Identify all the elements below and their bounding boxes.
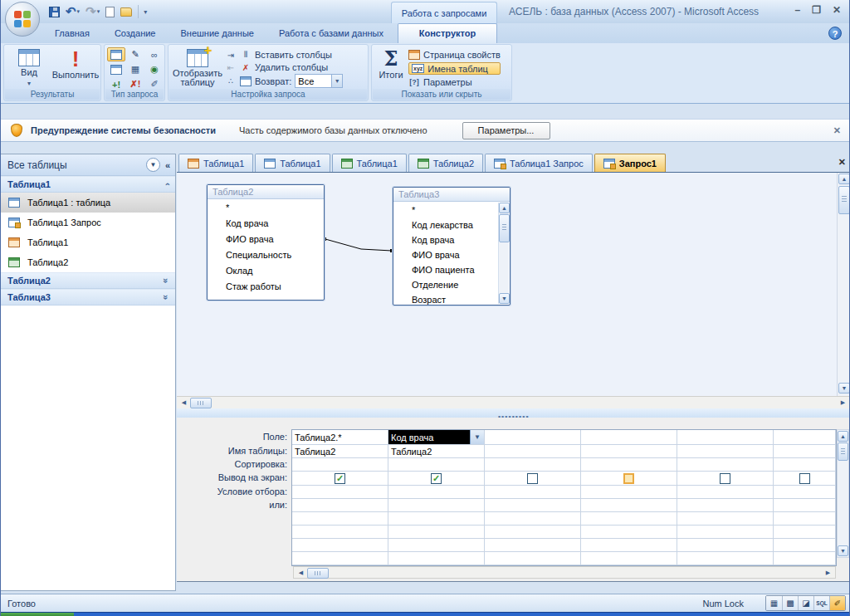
grid-cell-r8-c4[interactable]: [581, 526, 677, 539]
grid-cell-r3-c4[interactable]: [581, 458, 677, 472]
grid-cell-r4-c1[interactable]: ✓: [292, 472, 388, 486]
grid-cell-r4-c4[interactable]: [581, 472, 677, 486]
sql-view-button[interactable]: SQL: [813, 596, 829, 610]
field-item[interactable]: ФИО врача: [226, 232, 324, 247]
view-button[interactable]: Вид ▾: [6, 46, 52, 88]
scroll-down-icon[interactable]: ▼: [838, 545, 848, 556]
nav-menu-dropdown-icon[interactable]: ▼: [146, 158, 160, 172]
grid-cell-r10-c1[interactable]: [292, 552, 388, 565]
minimize-button[interactable]: –: [794, 4, 800, 16]
grid-cell-r1-c4[interactable]: [581, 430, 677, 445]
parameters-button[interactable]: [?] Параметры: [408, 76, 501, 88]
grid-cell-r4-c3[interactable]: [485, 472, 581, 486]
scroll-up-icon[interactable]: ▲: [499, 203, 510, 213]
grid-cell-r3-c5[interactable]: [677, 458, 774, 472]
grid-cell-r2-c1[interactable]: Таблица2: [292, 445, 388, 458]
pivottable-view-button[interactable]: ▩: [782, 596, 798, 610]
design-vertical-scrollbar[interactable]: ▲ ▼: [837, 173, 850, 396]
grid-cell-r6-c5[interactable]: [677, 499, 774, 512]
grid-cell-r6-c3[interactable]: [485, 499, 581, 512]
grid-cell-r6-c4[interactable]: [581, 499, 677, 512]
grid-cell-r7-c3[interactable]: [485, 512, 581, 526]
collapse-group-icon[interactable]: ›: [162, 183, 172, 186]
grid-cell-r2-c5[interactable]: [677, 445, 774, 458]
nav-group-header-таблица1[interactable]: Таблица1›: [1, 176, 175, 193]
security-bar-close-icon[interactable]: ✕: [833, 125, 841, 136]
grid-cell-r9-c5[interactable]: [677, 539, 774, 552]
grid-cell-r9-c4[interactable]: [581, 539, 677, 552]
field-item[interactable]: *: [412, 203, 510, 218]
table-names-button[interactable]: xyz Имена таблиц: [408, 62, 501, 75]
grid-cell-r3-c2[interactable]: [388, 458, 485, 472]
append-query-icon[interactable]: [107, 62, 125, 76]
grid-vertical-scrollbar[interactable]: ▲ ▼: [837, 429, 849, 558]
scroll-down-icon[interactable]: ▼: [838, 383, 850, 394]
scroll-thumb[interactable]: [307, 568, 329, 579]
scroll-thumb[interactable]: [838, 442, 848, 461]
grid-cell-r7-c6[interactable]: [774, 512, 836, 526]
run-button[interactable]: ! Выполнить: [52, 46, 99, 88]
show-table-button[interactable]: + Отобразить таблицу: [170, 46, 225, 88]
scroll-left-icon[interactable]: ◀: [178, 398, 189, 408]
scroll-left-icon[interactable]: ◀: [296, 568, 306, 579]
field-list-таблица3[interactable]: Таблица3*Код лекарстваКод врачаФИО врача…: [393, 187, 510, 306]
grid-cell-r7-c5[interactable]: [677, 512, 774, 526]
field-item[interactable]: Оклад: [226, 263, 324, 279]
close-button[interactable]: ✕: [833, 4, 841, 16]
save-button[interactable]: [49, 4, 60, 19]
show-checkbox-c2[interactable]: ✓: [431, 473, 442, 484]
grid-cell-r10-c3[interactable]: [485, 552, 581, 565]
grid-cell-r7-c1[interactable]: [292, 512, 388, 526]
grid-cell-r1-c3[interactable]: [485, 430, 581, 445]
show-checkbox-c6[interactable]: [799, 473, 810, 484]
grid-cell-r9-c2[interactable]: [388, 539, 485, 552]
show-checkbox-c4[interactable]: [623, 473, 634, 484]
grid-cell-r5-c1[interactable]: [292, 486, 388, 499]
grid-cell-r4-c2[interactable]: ✓: [388, 472, 485, 486]
grid-cell-r1-c6[interactable]: [774, 430, 836, 445]
grid-cell-r8-c3[interactable]: [485, 526, 581, 539]
grid-cell-r6-c6[interactable]: [774, 499, 836, 512]
tab-2[interactable]: Создание: [102, 23, 169, 43]
grid-cell-r5-c6[interactable]: [774, 486, 836, 499]
undo-button[interactable]: ↶▾: [66, 4, 80, 19]
grid-cell-r6-c1[interactable]: [292, 499, 388, 512]
grid-cell-r5-c3[interactable]: [485, 486, 581, 499]
nav-item-таблица1-запрос[interactable]: Таблица1 Запрос: [1, 213, 175, 232]
show-checkbox-c1[interactable]: ✓: [335, 473, 345, 484]
document-close-icon[interactable]: ✕: [838, 157, 846, 168]
nav-item-таблица1-таблица[interactable]: Таблица1 : таблица: [1, 193, 175, 213]
field-item[interactable]: Отделение: [412, 277, 510, 292]
grid-cell-r8-c5[interactable]: [677, 526, 774, 539]
grid-cell-r3-c3[interactable]: [485, 458, 581, 472]
taskbar-start-segment[interactable]: [1, 613, 74, 616]
grid-cell-r5-c4[interactable]: [581, 486, 677, 499]
field-item[interactable]: Код лекарства: [412, 218, 510, 232]
help-icon[interactable]: ?: [828, 27, 842, 40]
scroll-thumb[interactable]: [838, 186, 850, 214]
scroll-up-icon[interactable]: ▲: [838, 174, 850, 184]
nav-group-header-таблица2[interactable]: Таблица2»: [1, 272, 175, 289]
return-combobox[interactable]: Все ▼: [295, 74, 343, 88]
property-sheet-button[interactable]: Страница свойств: [408, 49, 501, 61]
field-list-таблица2[interactable]: Таблица2*Код врачаФИО врачаСпециальность…: [207, 184, 325, 301]
field-item[interactable]: Код врача: [412, 232, 510, 247]
field-item[interactable]: Код врача: [226, 216, 324, 232]
grid-cell-r5-c5[interactable]: [677, 486, 774, 499]
insert-rows-icon[interactable]: ⇥: [225, 50, 237, 61]
security-options-button[interactable]: Параметры...: [462, 122, 550, 139]
scroll-down-icon[interactable]: ▼: [499, 293, 510, 304]
grid-cell-r2-c4[interactable]: [581, 445, 677, 458]
qat-customize-button[interactable]: ▾: [138, 5, 147, 18]
scroll-thumb[interactable]: [499, 214, 510, 242]
navigation-pane-header[interactable]: Все таблицы ▼ «: [1, 154, 175, 176]
tab-1[interactable]: Главная: [42, 23, 102, 43]
grid-cell-r7-c4[interactable]: [581, 512, 677, 526]
design-view-button[interactable]: ✐: [829, 596, 845, 610]
grid-cell-r10-c6[interactable]: [774, 552, 836, 565]
grid-cell-r6-c2[interactable]: [388, 499, 485, 512]
tab-3[interactable]: Внешние данные: [169, 23, 266, 43]
tab-konstruktor[interactable]: Конструктор: [398, 23, 497, 43]
grid-cell-r2-c2[interactable]: Таблица2: [388, 445, 485, 458]
union-query-icon[interactable]: ∞: [145, 47, 164, 61]
